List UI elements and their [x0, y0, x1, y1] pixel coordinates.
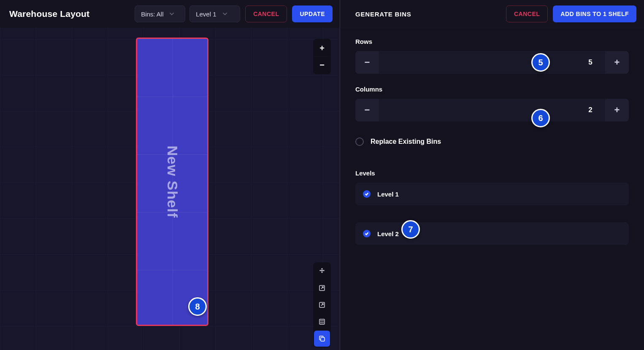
- svg-rect-7: [321, 337, 325, 341]
- zoom-in-button[interactable]: +: [314, 40, 330, 57]
- rows-increment-button[interactable]: +: [605, 51, 629, 74]
- rows-label: Rows: [355, 38, 629, 45]
- grid-tool-button[interactable]: [314, 314, 330, 330]
- radio-icon: [355, 137, 364, 146]
- level-1-label: Level 1: [377, 191, 399, 198]
- bins-filter-label: Bins: All: [141, 11, 163, 18]
- rows-decrement-button[interactable]: −: [355, 51, 379, 74]
- replace-existing-bins-toggle[interactable]: Replace Existing Bins: [355, 137, 629, 146]
- zoom-out-button[interactable]: −: [314, 57, 330, 73]
- level-2-row[interactable]: Level 2: [355, 222, 629, 245]
- update-button[interactable]: UPDATE: [292, 5, 333, 22]
- columns-label: Columns: [355, 86, 629, 93]
- levels-label: Levels: [355, 170, 629, 177]
- panel-cancel-button[interactable]: CANCEL: [506, 5, 548, 22]
- check-icon: [363, 230, 371, 237]
- zoom-controls: + −: [313, 39, 331, 74]
- svg-point-4: [323, 320, 324, 321]
- panel-title: GENERATE BINS: [355, 11, 411, 18]
- svg-rect-2: [319, 319, 325, 324]
- columns-decrement-button[interactable]: −: [355, 99, 379, 121]
- level-1-row[interactable]: Level 1: [355, 183, 629, 205]
- chevron-down-icon: [222, 11, 227, 18]
- columns-stepper: − 2 +: [355, 99, 629, 121]
- level-2-label: Level 2: [377, 230, 399, 237]
- canvas-toolbar: [313, 262, 331, 347]
- check-icon: [363, 190, 371, 198]
- level-select[interactable]: Level 1: [189, 5, 240, 22]
- replace-label: Replace Existing Bins: [371, 138, 441, 145]
- columns-increment-button[interactable]: +: [605, 99, 629, 121]
- rows-stepper: − 5 +: [355, 51, 629, 74]
- columns-value: 2: [576, 99, 605, 121]
- move-tool-button[interactable]: [314, 263, 330, 279]
- level-select-label: Level 1: [196, 11, 216, 18]
- rows-value: 5: [576, 51, 605, 74]
- svg-point-5: [321, 323, 322, 323]
- chevron-down-icon: [169, 11, 174, 18]
- page-title: Warehouse Layout: [9, 9, 89, 19]
- columns-track[interactable]: [379, 99, 576, 121]
- rows-track[interactable]: [379, 51, 576, 74]
- shelf[interactable]: New Shelf: [136, 38, 208, 326]
- svg-point-3: [321, 320, 322, 321]
- expand-tool-button[interactable]: [314, 280, 330, 296]
- shelf-label: New Shelf: [164, 145, 181, 218]
- add-bins-button[interactable]: ADD BINS TO 1 SHELF: [553, 5, 636, 22]
- bins-filter-select[interactable]: Bins: All: [135, 5, 185, 22]
- layout-canvas[interactable]: New Shelf + − 8: [0, 28, 340, 350]
- duplicate-tool-button[interactable]: [314, 331, 330, 347]
- cancel-button[interactable]: CANCEL: [245, 5, 287, 22]
- svg-point-6: [323, 323, 324, 323]
- open-tool-button[interactable]: [314, 297, 330, 313]
